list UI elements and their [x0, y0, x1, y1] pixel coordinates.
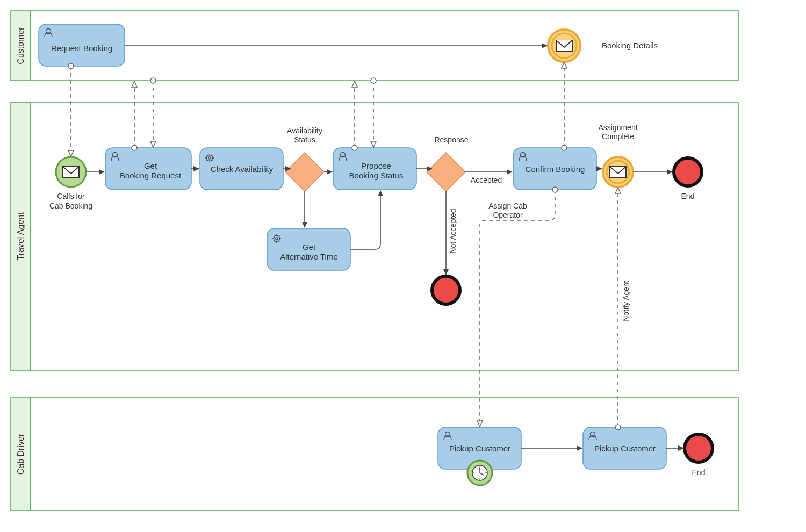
gateway-response: Response — [427, 135, 469, 191]
event-booking-details: Booking Details — [548, 30, 658, 62]
task-pickup-customer-2-label: Pickup Customer — [594, 444, 656, 453]
msg-assign-cab — [480, 190, 555, 426]
flow-alt-to-propose — [350, 191, 380, 249]
event-end-not-accepted — [432, 276, 460, 304]
svg-text:Availability: Availability — [287, 126, 322, 135]
bpmn-diagram: Customer Travel Agent Cab Driver Request… — [0, 0, 806, 532]
clock-icon — [472, 465, 487, 480]
label-not-accepted: Not Accepted — [449, 209, 457, 253]
task-get-alternative-time: Get Alternative Time — [267, 228, 350, 270]
svg-text:Assignment: Assignment — [598, 123, 637, 132]
event-end-agent: End — [674, 158, 702, 200]
event-timer-boundary — [467, 461, 492, 485]
lane-agent: Travel Agent — [11, 102, 738, 371]
envelope-icon — [63, 167, 79, 177]
task-confirm-booking-label: Confirm Booking — [526, 164, 585, 174]
envelope-icon — [556, 40, 572, 51]
task-request-booking-label: Request Booking — [51, 44, 112, 53]
svg-text:Status: Status — [294, 135, 315, 144]
task-get-booking-request: Get Booking Request — [105, 148, 191, 190]
task-check-availability-label: Check Availability — [211, 164, 274, 174]
gateway-response-label: Response — [434, 135, 468, 144]
event-booking-details-label: Booking Details — [602, 41, 658, 50]
svg-text:Booking Status: Booking Status — [349, 171, 404, 180]
task-confirm-booking: Confirm Booking — [513, 148, 596, 190]
svg-text:Calls for: Calls for — [57, 192, 85, 200]
event-assignment-complete: Assignment Complete — [598, 123, 637, 187]
event-end-driver-label: End — [692, 468, 706, 477]
envelope-icon — [610, 167, 626, 177]
event-calls-for-cab: Calls for Cab Booking — [49, 157, 92, 210]
event-end-agent-label: End — [681, 192, 695, 200]
svg-point-50 — [674, 158, 702, 186]
svg-point-44 — [432, 276, 460, 304]
task-pickup-customer-2: Pickup Customer — [583, 427, 666, 469]
svg-text:Get: Get — [303, 242, 316, 251]
label-accepted: Accepted — [471, 176, 502, 184]
svg-text:Alternative Time: Alternative Time — [280, 252, 338, 261]
event-end-driver: End — [685, 434, 713, 477]
task-pickup-customer-1-label: Pickup Customer — [449, 444, 510, 453]
lane-driver-label: Cab Driver — [16, 433, 25, 475]
task-propose-booking-status: Propose Booking Status — [333, 148, 416, 190]
svg-text:Booking Request: Booking Request — [120, 171, 182, 180]
label-assign-cab-2: Operator — [493, 211, 523, 219]
svg-rect-23 — [30, 102, 738, 371]
gateway-availability: Availability Status — [285, 126, 324, 191]
svg-point-54 — [685, 434, 713, 462]
svg-text:Get: Get — [144, 161, 157, 170]
label-assign-cab-1: Assign Cab — [488, 202, 527, 210]
label-notify-agent: Notify Agent — [622, 281, 630, 321]
lane-agent-label: Travel Agent — [16, 212, 25, 261]
task-check-availability: Check Availability — [200, 148, 283, 190]
svg-text:Cab Booking: Cab Booking — [49, 202, 92, 210]
task-request-booking: Request Booking — [39, 24, 125, 66]
svg-text:Propose: Propose — [361, 161, 391, 170]
svg-text:Complete: Complete — [602, 132, 634, 141]
lane-customer-label: Customer — [16, 27, 25, 64]
